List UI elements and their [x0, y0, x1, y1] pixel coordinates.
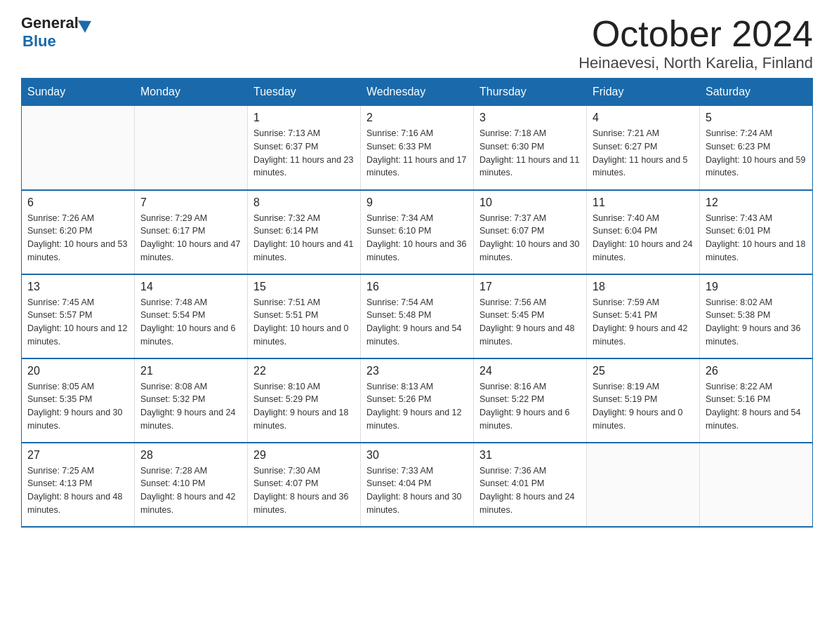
- col-monday: Monday: [135, 79, 248, 106]
- day-info: Sunrise: 7:56 AMSunset: 5:45 PMDaylight:…: [479, 296, 581, 349]
- table-row: 20Sunrise: 8:05 AMSunset: 5:35 PMDayligh…: [22, 358, 135, 443]
- day-number: 1: [253, 112, 355, 124]
- col-sunday: Sunday: [22, 79, 135, 106]
- day-info: Sunrise: 7:24 AMSunset: 6:23 PMDaylight:…: [706, 127, 807, 180]
- calendar-title-block: October 2024 Heinaevesi, North Karelia, …: [578, 14, 813, 72]
- table-row: 5Sunrise: 7:24 AMSunset: 6:23 PMDaylight…: [700, 106, 813, 190]
- table-row: 3Sunrise: 7:18 AMSunset: 6:30 PMDaylight…: [474, 106, 587, 190]
- day-info: Sunrise: 7:33 AMSunset: 4:04 PMDaylight:…: [366, 464, 468, 517]
- day-number: 16: [366, 281, 468, 293]
- day-info: Sunrise: 8:16 AMSunset: 5:22 PMDaylight:…: [479, 380, 581, 433]
- day-number: 28: [140, 449, 241, 462]
- col-thursday: Thursday: [474, 79, 587, 106]
- day-info: Sunrise: 7:30 AMSunset: 4:07 PMDaylight:…: [253, 464, 355, 517]
- table-row: 22Sunrise: 8:10 AMSunset: 5:29 PMDayligh…: [248, 358, 361, 443]
- day-number: 12: [706, 196, 807, 209]
- table-row: [135, 106, 248, 190]
- day-info: Sunrise: 7:59 AMSunset: 5:41 PMDaylight:…: [593, 296, 694, 349]
- day-number: 30: [366, 449, 468, 462]
- day-info: Sunrise: 8:08 AMSunset: 5:32 PMDaylight:…: [140, 380, 241, 433]
- col-wednesday: Wednesday: [361, 79, 474, 106]
- table-row: 12Sunrise: 7:43 AMSunset: 6:01 PMDayligh…: [700, 190, 813, 274]
- table-row: 16Sunrise: 7:54 AMSunset: 5:48 PMDayligh…: [361, 274, 474, 358]
- table-row: 11Sunrise: 7:40 AMSunset: 6:04 PMDayligh…: [587, 190, 700, 274]
- table-row: 19Sunrise: 8:02 AMSunset: 5:38 PMDayligh…: [700, 274, 813, 358]
- day-number: 22: [253, 365, 355, 377]
- day-info: Sunrise: 8:10 AMSunset: 5:29 PMDaylight:…: [253, 380, 355, 433]
- table-row: 6Sunrise: 7:26 AMSunset: 6:20 PMDaylight…: [22, 190, 135, 274]
- table-row: 26Sunrise: 8:22 AMSunset: 5:16 PMDayligh…: [700, 358, 813, 443]
- day-number: 21: [140, 365, 241, 377]
- day-number: 29: [253, 449, 355, 462]
- col-tuesday: Tuesday: [248, 79, 361, 106]
- calendar-week-row: 1Sunrise: 7:13 AMSunset: 6:37 PMDaylight…: [22, 106, 813, 190]
- day-info: Sunrise: 8:05 AMSunset: 5:35 PMDaylight:…: [27, 380, 128, 433]
- table-row: 28Sunrise: 7:28 AMSunset: 4:10 PMDayligh…: [135, 443, 248, 527]
- day-info: Sunrise: 7:13 AMSunset: 6:37 PMDaylight:…: [253, 127, 355, 180]
- day-info: Sunrise: 8:02 AMSunset: 5:38 PMDaylight:…: [706, 296, 807, 349]
- table-row: 18Sunrise: 7:59 AMSunset: 5:41 PMDayligh…: [587, 274, 700, 358]
- calendar-week-row: 20Sunrise: 8:05 AMSunset: 5:35 PMDayligh…: [22, 358, 813, 443]
- day-info: Sunrise: 7:45 AMSunset: 5:57 PMDaylight:…: [27, 296, 128, 349]
- day-info: Sunrise: 7:43 AMSunset: 6:01 PMDaylight:…: [706, 212, 807, 264]
- day-number: 6: [27, 196, 128, 209]
- day-number: 8: [253, 196, 355, 209]
- day-number: 25: [593, 365, 694, 377]
- table-row: [587, 443, 700, 527]
- table-row: 7Sunrise: 7:29 AMSunset: 6:17 PMDaylight…: [135, 190, 248, 274]
- day-number: 23: [366, 365, 468, 377]
- day-number: 3: [479, 112, 581, 124]
- logo-general-text: General: [21, 14, 79, 32]
- table-row: 14Sunrise: 7:48 AMSunset: 5:54 PMDayligh…: [135, 274, 248, 358]
- logo-blue-text: Blue: [22, 32, 56, 51]
- day-info: Sunrise: 7:29 AMSunset: 6:17 PMDaylight:…: [140, 212, 241, 264]
- page-header: General Blue October 2024 Heinaevesi, No…: [21, 14, 813, 72]
- table-row: 17Sunrise: 7:56 AMSunset: 5:45 PMDayligh…: [474, 274, 587, 358]
- day-number: 11: [593, 196, 694, 209]
- day-info: Sunrise: 7:34 AMSunset: 6:10 PMDaylight:…: [366, 212, 468, 264]
- calendar-month-year: October 2024: [578, 14, 813, 54]
- calendar-location: Heinaevesi, North Karelia, Finland: [578, 54, 813, 72]
- calendar-week-row: 6Sunrise: 7:26 AMSunset: 6:20 PMDaylight…: [22, 190, 813, 274]
- day-info: Sunrise: 7:21 AMSunset: 6:27 PMDaylight:…: [593, 127, 694, 180]
- day-number: 26: [706, 365, 807, 377]
- logo-arrow-icon: [78, 15, 95, 32]
- table-row: 23Sunrise: 8:13 AMSunset: 5:26 PMDayligh…: [361, 358, 474, 443]
- calendar-table: Sunday Monday Tuesday Wednesday Thursday…: [21, 78, 813, 528]
- day-info: Sunrise: 7:26 AMSunset: 6:20 PMDaylight:…: [27, 212, 128, 264]
- day-number: 20: [27, 365, 128, 377]
- table-row: 31Sunrise: 7:36 AMSunset: 4:01 PMDayligh…: [474, 443, 587, 527]
- col-friday: Friday: [587, 79, 700, 106]
- table-row: 15Sunrise: 7:51 AMSunset: 5:51 PMDayligh…: [248, 274, 361, 358]
- day-info: Sunrise: 7:37 AMSunset: 6:07 PMDaylight:…: [479, 212, 581, 264]
- day-info: Sunrise: 8:13 AMSunset: 5:26 PMDaylight:…: [366, 380, 468, 433]
- day-info: Sunrise: 8:19 AMSunset: 5:19 PMDaylight:…: [593, 380, 694, 433]
- day-number: 18: [593, 281, 694, 293]
- day-number: 9: [366, 196, 468, 209]
- day-number: 5: [706, 112, 807, 124]
- table-row: 9Sunrise: 7:34 AMSunset: 6:10 PMDaylight…: [361, 190, 474, 274]
- table-row: [22, 106, 135, 190]
- day-number: 7: [140, 196, 241, 209]
- calendar-week-row: 27Sunrise: 7:25 AMSunset: 4:13 PMDayligh…: [22, 443, 813, 527]
- table-row: 1Sunrise: 7:13 AMSunset: 6:37 PMDaylight…: [248, 106, 361, 190]
- table-row: 30Sunrise: 7:33 AMSunset: 4:04 PMDayligh…: [361, 443, 474, 527]
- day-info: Sunrise: 7:51 AMSunset: 5:51 PMDaylight:…: [253, 296, 355, 349]
- calendar-header-row: Sunday Monday Tuesday Wednesday Thursday…: [22, 79, 813, 106]
- day-number: 24: [479, 365, 581, 377]
- day-info: Sunrise: 7:28 AMSunset: 4:10 PMDaylight:…: [140, 464, 241, 517]
- table-row: 2Sunrise: 7:16 AMSunset: 6:33 PMDaylight…: [361, 106, 474, 190]
- table-row: 10Sunrise: 7:37 AMSunset: 6:07 PMDayligh…: [474, 190, 587, 274]
- day-info: Sunrise: 7:40 AMSunset: 6:04 PMDaylight:…: [593, 212, 694, 264]
- day-number: 17: [479, 281, 581, 293]
- table-row: 8Sunrise: 7:32 AMSunset: 6:14 PMDaylight…: [248, 190, 361, 274]
- day-number: 15: [253, 281, 355, 293]
- day-number: 13: [27, 281, 128, 293]
- day-number: 27: [27, 449, 128, 462]
- day-number: 10: [479, 196, 581, 209]
- col-saturday: Saturday: [700, 79, 813, 106]
- day-info: Sunrise: 8:22 AMSunset: 5:16 PMDaylight:…: [706, 380, 807, 433]
- day-info: Sunrise: 7:32 AMSunset: 6:14 PMDaylight:…: [253, 212, 355, 264]
- day-number: 2: [366, 112, 468, 124]
- day-number: 14: [140, 281, 241, 293]
